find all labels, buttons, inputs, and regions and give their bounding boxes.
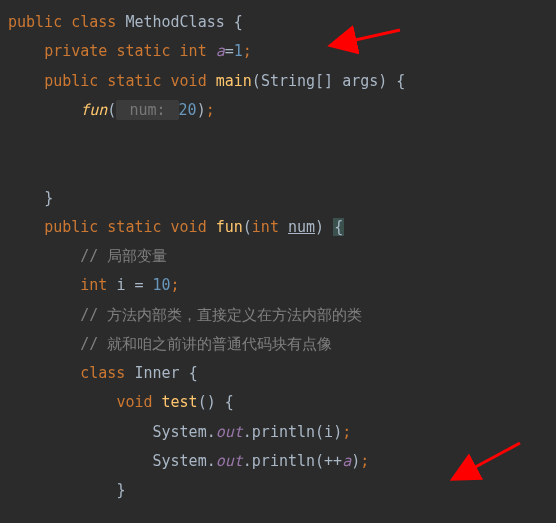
- paren-brace: () {: [198, 393, 234, 411]
- paren: (: [243, 218, 252, 236]
- code-editor[interactable]: public class MethodClass { private stati…: [8, 8, 556, 505]
- number-literal: 20: [179, 101, 197, 119]
- code-line: public class MethodClass {: [8, 8, 556, 37]
- param-args: [] args: [315, 72, 378, 90]
- keyword-static: static: [107, 72, 170, 90]
- param-num: num: [288, 218, 315, 236]
- keyword-int: int: [252, 218, 288, 236]
- semicolon: ;: [243, 42, 252, 60]
- method-main: main: [216, 72, 252, 90]
- keyword-private: private: [44, 42, 116, 60]
- class-name: MethodClass: [125, 13, 233, 31]
- keyword-static: static: [107, 218, 170, 236]
- code-line: }: [8, 184, 556, 213]
- method-test: test: [162, 393, 198, 411]
- svg-line-1: [333, 30, 400, 45]
- paren: ): [315, 218, 333, 236]
- code-line: fun( num: 20);: [8, 96, 556, 125]
- keyword-public: public: [44, 218, 107, 236]
- number-literal: 1: [234, 42, 243, 60]
- type-string: String: [261, 72, 315, 90]
- semicolon: ;: [206, 101, 215, 119]
- paren: ): [351, 452, 360, 470]
- arrow-annotation-icon: [315, 25, 405, 55]
- equals: =: [225, 42, 234, 60]
- equals: =: [134, 276, 152, 294]
- keyword-void: void: [171, 72, 216, 90]
- code-line: // 局部变量: [8, 242, 556, 271]
- code-line: private static int a=1;: [8, 37, 556, 66]
- semicolon: ;: [360, 452, 369, 470]
- code-line: // 就和咱之前讲的普通代码块有点像: [8, 330, 556, 359]
- field-a: a: [216, 42, 225, 60]
- semicolon: ;: [342, 423, 351, 441]
- brace: {: [189, 364, 198, 382]
- paren-brace: ) {: [378, 72, 405, 90]
- paren: (: [252, 72, 261, 90]
- method-call-fun: fun: [80, 101, 107, 119]
- brace-highlighted: {: [333, 218, 344, 236]
- keyword-int: int: [180, 42, 216, 60]
- code-line: [8, 154, 556, 183]
- paren: (: [315, 423, 324, 441]
- code-line: public static void fun(int num) {: [8, 213, 556, 242]
- svg-line-3: [455, 443, 520, 478]
- arrow-annotation-icon: [440, 438, 530, 493]
- field-a: a: [342, 452, 351, 470]
- keyword-static: static: [116, 42, 179, 60]
- code-line: public static void main(String[] args) {: [8, 67, 556, 96]
- keyword-class: class: [71, 13, 125, 31]
- out-ref: out: [216, 452, 243, 470]
- method-println: println: [252, 452, 315, 470]
- keyword-class: class: [80, 364, 134, 382]
- paren-incr: (++: [315, 452, 342, 470]
- comment: // 方法内部类，直接定义在方法内部的类: [80, 306, 362, 324]
- dot: .: [243, 452, 252, 470]
- comment: // 局部变量: [80, 247, 167, 265]
- code-line: int i = 10;: [8, 271, 556, 300]
- var-i: i: [324, 423, 333, 441]
- var-i: i: [116, 276, 134, 294]
- brace: }: [44, 189, 53, 207]
- comment: // 就和咱之前讲的普通代码块有点像: [80, 335, 332, 353]
- keyword-void: void: [171, 218, 216, 236]
- method-fun: fun: [216, 218, 243, 236]
- code-line: [8, 125, 556, 154]
- keyword-public: public: [44, 72, 107, 90]
- code-line: void test() {: [8, 388, 556, 417]
- class-inner: Inner: [134, 364, 188, 382]
- number-literal: 10: [153, 276, 171, 294]
- brace: }: [116, 481, 125, 499]
- keyword-int: int: [80, 276, 116, 294]
- paren: ): [197, 101, 206, 119]
- dot: .: [243, 423, 252, 441]
- semicolon: ;: [171, 276, 180, 294]
- code-line: // 方法内部类，直接定义在方法内部的类: [8, 301, 556, 330]
- param-hint: num:: [116, 100, 178, 120]
- brace: {: [234, 13, 243, 31]
- code-line: class Inner {: [8, 359, 556, 388]
- paren: ): [333, 423, 342, 441]
- system-ref: System.: [153, 423, 216, 441]
- keyword-void: void: [116, 393, 161, 411]
- system-ref: System.: [153, 452, 216, 470]
- method-println: println: [252, 423, 315, 441]
- keyword-public: public: [8, 13, 71, 31]
- out-ref: out: [216, 423, 243, 441]
